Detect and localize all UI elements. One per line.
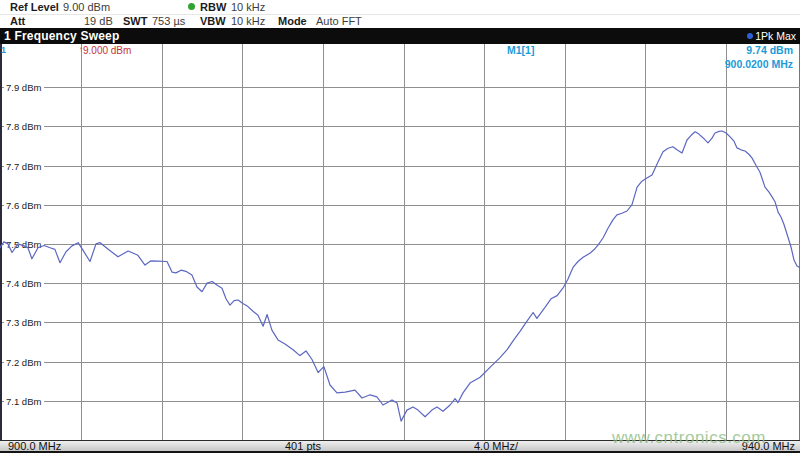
- swt-value[interactable]: 753 µs: [152, 15, 185, 27]
- y-axis-label: 7.9 dBm: [4, 82, 44, 93]
- marker1-level-readout: 9.74 dBm: [746, 44, 793, 56]
- y-axis-label: 7.6 dBm: [4, 200, 44, 211]
- grid-horizontal-line: [2, 283, 800, 284]
- grid-horizontal-line: [2, 126, 800, 127]
- grid-vertical-line: [645, 44, 646, 440]
- grid-vertical-line: [81, 44, 82, 440]
- marker1-frequency-readout: 900.0200 MHz: [725, 58, 793, 70]
- grid-vertical-line: [404, 44, 405, 440]
- trace1-color-dot-icon: [747, 33, 753, 39]
- y-axis-label: 7.7 dBm: [4, 161, 44, 172]
- y-axis-label: 7.8 dBm: [4, 121, 44, 132]
- mode-value[interactable]: Auto FFT: [316, 15, 362, 27]
- settings-row-1: Ref Level 9.00 dBm RBW 10 kHz: [0, 0, 800, 15]
- y-axis-label: 7.5 dBm: [4, 239, 44, 250]
- settings-row-2: Att 19 dB SWT 753 µs VBW 10 kHz Mode Aut…: [0, 14, 800, 28]
- stop-frequency-label: 940.0 MHz: [742, 441, 795, 452]
- channel-settings-bar: Ref Level 9.00 dBm RBW 10 kHz Att 19 dB …: [0, 0, 800, 28]
- ref-level-label: Ref Level: [10, 1, 59, 13]
- trace-mode-label: 1Pk Max: [755, 30, 796, 42]
- marker1-name[interactable]: M1[1]: [507, 44, 534, 56]
- span-per-division-label: 4.0 MHz/: [474, 441, 518, 452]
- mode-label: Mode: [278, 15, 307, 27]
- window-title: 1 Frequency Sweep: [4, 29, 119, 43]
- rbw-coupled-indicator-icon: [188, 3, 195, 10]
- diagram-area[interactable]: 7.9 dBm7.8 dBm7.7 dBm7.6 dBm7.5 dBm7.4 d…: [0, 44, 800, 440]
- grid-horizontal-line: [2, 362, 800, 363]
- grid-vertical-line: [162, 44, 163, 440]
- grid-horizontal-line: [2, 244, 800, 245]
- window-title-bar[interactable]: 1 Frequency Sweep 1Pk Max: [0, 28, 800, 44]
- y-axis-label: 7.3 dBm: [4, 317, 44, 328]
- trace-mode-badge[interactable]: 1Pk Max: [747, 30, 796, 42]
- rbw-value[interactable]: 10 kHz: [231, 1, 265, 13]
- ref-level-value[interactable]: 9.00 dBm: [63, 1, 110, 13]
- att-value[interactable]: 19 dB: [84, 15, 113, 27]
- sweep-points-label: 401 pts: [285, 441, 321, 452]
- vbw-value[interactable]: 10 kHz: [231, 15, 265, 27]
- grid-vertical-line: [323, 44, 324, 440]
- grid-horizontal-line: [2, 87, 800, 88]
- grid-vertical-line: [726, 44, 727, 440]
- spectrum-analyzer-screen: { "header": { "ref_level_label": "Ref Le…: [0, 0, 800, 453]
- grid-vertical-line: [484, 44, 485, 440]
- vbw-label: VBW: [200, 15, 226, 27]
- att-label: Att: [10, 15, 25, 27]
- grid-vertical-line: [242, 44, 243, 440]
- grid-vertical-line: [565, 44, 566, 440]
- swt-label: SWT: [123, 15, 147, 27]
- x-axis-bar: 900.0 MHz 401 pts 4.0 MHz/ 940.0 MHz: [0, 440, 800, 453]
- start-frequency-label: 900.0 MHz: [8, 441, 61, 452]
- grid-horizontal-line: [2, 401, 800, 402]
- grid-horizontal-line: [2, 166, 800, 167]
- grid-horizontal-line: [2, 322, 800, 323]
- rbw-label: RBW: [200, 1, 226, 13]
- grid-horizontal-line: [2, 205, 800, 206]
- y-axis-label: 7.2 dBm: [4, 357, 44, 368]
- y-axis-label: 7.4 dBm: [4, 278, 44, 289]
- reference-level-line-label: ↑9.000 dBm: [79, 45, 131, 56]
- y-axis-label: 7.1 dBm: [4, 396, 44, 407]
- marker1-clipped-flag: 1: [1, 45, 6, 55]
